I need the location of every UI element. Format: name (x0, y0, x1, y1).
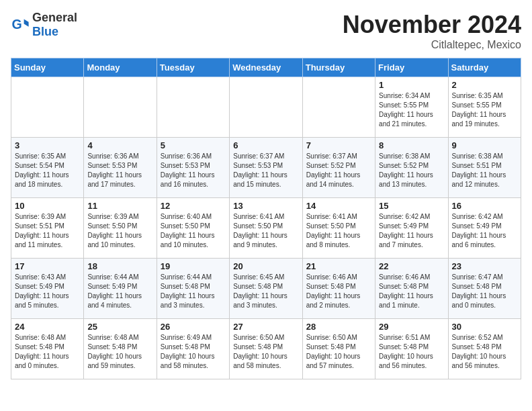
day-number: 22 (379, 261, 444, 271)
week-row-1: 1Sunrise: 6:34 AM Sunset: 5:55 PM Daylig… (11, 77, 521, 138)
day-info: Sunrise: 6:40 AM Sunset: 5:50 PM Dayligh… (161, 212, 226, 250)
day-info: Sunrise: 6:35 AM Sunset: 5:54 PM Dayligh… (15, 152, 80, 189)
calendar-cell: 16Sunrise: 6:42 AM Sunset: 5:49 PM Dayli… (448, 198, 521, 259)
day-number: 30 (452, 322, 517, 332)
calendar-cell: 17Sunrise: 6:43 AM Sunset: 5:49 PM Dayli… (11, 259, 84, 319)
week-row-2: 3Sunrise: 6:35 AM Sunset: 5:54 PM Daylig… (11, 138, 521, 198)
calendar-cell: 5Sunrise: 6:36 AM Sunset: 5:53 PM Daylig… (157, 138, 229, 198)
day-info: Sunrise: 6:41 AM Sunset: 5:50 PM Dayligh… (233, 212, 298, 250)
dow-monday: Monday (84, 58, 157, 77)
calendar: SundayMondayTuesdayWednesdayThursdayFrid… (11, 58, 521, 379)
header: G General Blue November 2024 Citlaltepec… (11, 11, 521, 51)
day-number: 13 (233, 201, 298, 211)
calendar-cell: 13Sunrise: 6:41 AM Sunset: 5:50 PM Dayli… (230, 198, 302, 259)
calendar-cell: 1Sunrise: 6:34 AM Sunset: 5:55 PM Daylig… (375, 77, 448, 138)
svg-text:G: G (11, 17, 21, 32)
day-number: 26 (161, 322, 226, 332)
day-info: Sunrise: 6:43 AM Sunset: 5:49 PM Dayligh… (15, 273, 80, 310)
svg-marker-1 (24, 19, 29, 27)
calendar-cell: 9Sunrise: 6:38 AM Sunset: 5:51 PM Daylig… (448, 138, 521, 198)
calendar-cell: 21Sunrise: 6:46 AM Sunset: 5:48 PM Dayli… (302, 259, 375, 319)
day-number: 4 (87, 140, 152, 150)
day-number: 14 (306, 201, 371, 211)
calendar-cell: 25Sunrise: 6:48 AM Sunset: 5:48 PM Dayli… (84, 319, 157, 379)
week-row-4: 17Sunrise: 6:43 AM Sunset: 5:49 PM Dayli… (11, 259, 521, 319)
calendar-cell: 26Sunrise: 6:49 AM Sunset: 5:48 PM Dayli… (157, 319, 229, 379)
day-number: 1 (379, 80, 444, 90)
day-info: Sunrise: 6:41 AM Sunset: 5:50 PM Dayligh… (306, 212, 371, 250)
day-info: Sunrise: 6:47 AM Sunset: 5:48 PM Dayligh… (452, 273, 517, 310)
day-info: Sunrise: 6:37 AM Sunset: 5:52 PM Dayligh… (306, 152, 371, 189)
day-number: 16 (452, 201, 517, 211)
title-area: November 2024 Citlaltepec, Mexico (343, 11, 521, 51)
week-row-3: 10Sunrise: 6:39 AM Sunset: 5:51 PM Dayli… (11, 198, 521, 259)
day-number: 21 (306, 261, 371, 271)
calendar-cell: 10Sunrise: 6:39 AM Sunset: 5:51 PM Dayli… (11, 198, 84, 259)
calendar-cell: 29Sunrise: 6:51 AM Sunset: 5:48 PM Dayli… (375, 319, 448, 379)
dow-wednesday: Wednesday (230, 58, 302, 77)
calendar-cell: 30Sunrise: 6:52 AM Sunset: 5:48 PM Dayli… (448, 319, 521, 379)
day-number: 3 (15, 140, 80, 150)
day-info: Sunrise: 6:46 AM Sunset: 5:48 PM Dayligh… (306, 273, 371, 310)
dow-friday: Friday (375, 58, 448, 77)
calendar-cell: 20Sunrise: 6:45 AM Sunset: 5:48 PM Dayli… (230, 259, 302, 319)
calendar-cell: 11Sunrise: 6:39 AM Sunset: 5:50 PM Dayli… (84, 198, 157, 259)
day-info: Sunrise: 6:42 AM Sunset: 5:49 PM Dayligh… (452, 212, 517, 250)
calendar-cell: 27Sunrise: 6:50 AM Sunset: 5:48 PM Dayli… (230, 319, 302, 379)
calendar-cell (230, 77, 302, 138)
calendar-cell (302, 77, 375, 138)
day-info: Sunrise: 6:49 AM Sunset: 5:48 PM Dayligh… (161, 333, 226, 371)
day-number: 10 (15, 201, 80, 211)
day-number: 17 (15, 261, 80, 271)
logo-general-text: General (32, 11, 77, 24)
day-number: 29 (379, 322, 444, 332)
day-number: 8 (379, 140, 444, 150)
day-number: 25 (87, 322, 152, 332)
calendar-cell: 8Sunrise: 6:38 AM Sunset: 5:52 PM Daylig… (375, 138, 448, 198)
day-info: Sunrise: 6:52 AM Sunset: 5:48 PM Dayligh… (452, 333, 517, 371)
day-number: 28 (306, 322, 371, 332)
logo-icon: G (11, 15, 30, 34)
day-info: Sunrise: 6:44 AM Sunset: 5:48 PM Dayligh… (161, 273, 226, 310)
day-info: Sunrise: 6:45 AM Sunset: 5:48 PM Dayligh… (233, 273, 298, 310)
logo: G General Blue (11, 11, 77, 39)
day-number: 12 (161, 201, 226, 211)
day-info: Sunrise: 6:51 AM Sunset: 5:48 PM Dayligh… (379, 333, 444, 371)
location-title: Citlaltepec, Mexico (343, 39, 521, 51)
day-info: Sunrise: 6:50 AM Sunset: 5:48 PM Dayligh… (233, 333, 298, 371)
calendar-cell: 14Sunrise: 6:41 AM Sunset: 5:50 PM Dayli… (302, 198, 375, 259)
day-info: Sunrise: 6:46 AM Sunset: 5:48 PM Dayligh… (379, 273, 444, 310)
calendar-cell: 4Sunrise: 6:36 AM Sunset: 5:53 PM Daylig… (84, 138, 157, 198)
day-info: Sunrise: 6:48 AM Sunset: 5:48 PM Dayligh… (15, 333, 80, 371)
day-info: Sunrise: 6:39 AM Sunset: 5:51 PM Dayligh… (15, 212, 80, 250)
calendar-cell: 7Sunrise: 6:37 AM Sunset: 5:52 PM Daylig… (302, 138, 375, 198)
week-row-5: 24Sunrise: 6:48 AM Sunset: 5:48 PM Dayli… (11, 319, 521, 379)
day-number: 11 (87, 201, 152, 211)
dow-saturday: Saturday (448, 58, 521, 77)
calendar-cell: 18Sunrise: 6:44 AM Sunset: 5:49 PM Dayli… (84, 259, 157, 319)
day-number: 20 (233, 261, 298, 271)
calendar-cell: 22Sunrise: 6:46 AM Sunset: 5:48 PM Dayli… (375, 259, 448, 319)
day-info: Sunrise: 6:44 AM Sunset: 5:49 PM Dayligh… (87, 273, 152, 310)
day-number: 9 (452, 140, 517, 150)
dow-thursday: Thursday (302, 58, 375, 77)
calendar-cell: 24Sunrise: 6:48 AM Sunset: 5:48 PM Dayli… (11, 319, 84, 379)
calendar-cell (11, 77, 84, 138)
day-info: Sunrise: 6:38 AM Sunset: 5:51 PM Dayligh… (452, 152, 517, 189)
calendar-body: 1Sunrise: 6:34 AM Sunset: 5:55 PM Daylig… (11, 77, 521, 379)
day-number: 2 (452, 80, 517, 90)
day-info: Sunrise: 6:36 AM Sunset: 5:53 PM Dayligh… (87, 152, 152, 189)
day-number: 15 (379, 201, 444, 211)
day-info: Sunrise: 6:37 AM Sunset: 5:53 PM Dayligh… (233, 152, 298, 189)
calendar-cell: 23Sunrise: 6:47 AM Sunset: 5:48 PM Dayli… (448, 259, 521, 319)
dow-tuesday: Tuesday (157, 58, 229, 77)
calendar-cell: 19Sunrise: 6:44 AM Sunset: 5:48 PM Dayli… (157, 259, 229, 319)
day-number: 18 (87, 261, 152, 271)
day-number: 23 (452, 261, 517, 271)
calendar-cell: 15Sunrise: 6:42 AM Sunset: 5:49 PM Dayli… (375, 198, 448, 259)
calendar-cell: 6Sunrise: 6:37 AM Sunset: 5:53 PM Daylig… (230, 138, 302, 198)
day-number: 27 (233, 322, 298, 332)
day-number: 19 (161, 261, 226, 271)
dow-sunday: Sunday (11, 58, 84, 77)
month-title: November 2024 (343, 11, 521, 39)
